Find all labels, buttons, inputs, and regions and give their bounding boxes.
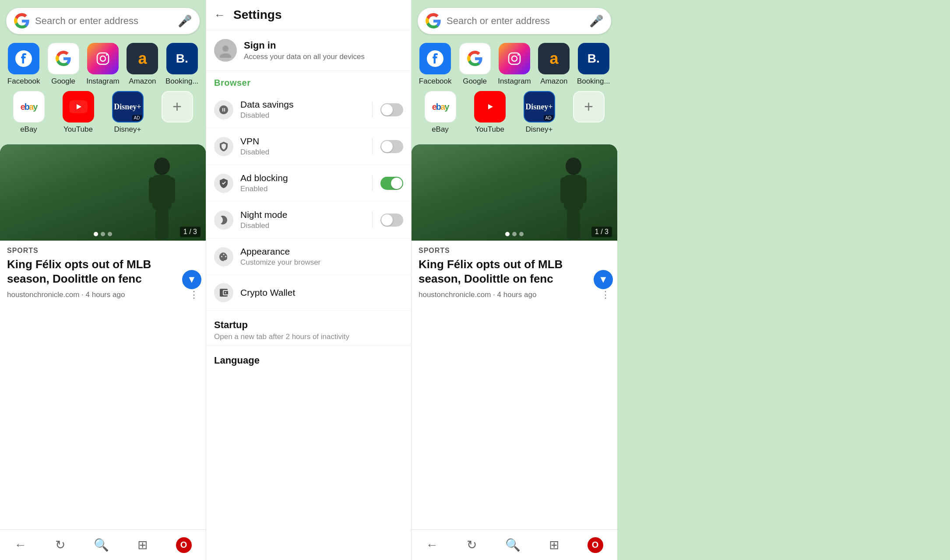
app-item-add-left[interactable]: + [155, 91, 200, 134]
nav-opera-left[interactable]: O [176, 537, 192, 553]
app-item-disney-right[interactable]: Disney+ AD Disney+ [517, 91, 562, 134]
app-label-facebook-right: Facebook [419, 77, 452, 86]
app-item-youtube-left[interactable]: YouTube [56, 91, 101, 134]
crypto-wallet-icon [214, 283, 233, 302]
app-label-instagram-right: Instagram [498, 77, 531, 86]
nav-opera-right[interactable]: O [588, 537, 603, 553]
svg-point-11 [220, 53, 231, 58]
app-item-ebay-right[interactable]: ebay eBay [418, 91, 463, 134]
svg-rect-19 [578, 177, 587, 203]
nav-tabs-left[interactable]: ⊞ [137, 538, 148, 552]
app-item-amazon-right[interactable]: a Amazon [536, 43, 571, 86]
nav-tabs-right[interactable]: ⊞ [549, 538, 559, 552]
app-item-ebay-left[interactable]: ebay eBay [6, 91, 51, 134]
data-savings-text: Data savings Disabled [240, 99, 372, 120]
svg-rect-6 [149, 177, 158, 203]
signin-row[interactable]: Sign in Access your data on all your dev… [206, 30, 411, 71]
vpn-text: VPN Disabled [240, 136, 372, 157]
expand-btn-left[interactable]: ▼ [182, 270, 201, 289]
app-label-youtube-left: YouTube [63, 125, 93, 134]
app-item-instagram-left[interactable]: Instagram [85, 43, 120, 86]
news-counter-right: 1 / 3 [591, 227, 612, 237]
news-image-left: 1 / 3 [0, 144, 206, 241]
language-section[interactable]: Language [206, 346, 411, 371]
nav-back-right[interactable]: ← [426, 538, 438, 552]
app-item-google-left[interactable]: Google [46, 43, 81, 86]
signin-sub: Access your data on all your devices [244, 52, 365, 61]
svg-point-10 [222, 46, 229, 52]
svg-rect-7 [166, 177, 175, 203]
app-icon-booking-left: B. [166, 43, 198, 74]
settings-item-crypto-wallet[interactable]: Crypto Wallet [206, 275, 411, 311]
ad-blocking-sub: Enabled [240, 185, 372, 193]
settings-back-btn[interactable]: ← [214, 8, 225, 22]
app-item-add-right[interactable]: + [566, 91, 611, 134]
settings-item-night-mode[interactable]: Night mode Disabled [206, 202, 411, 238]
nav-search-right[interactable]: 🔍 [505, 538, 521, 552]
app-item-youtube-right[interactable]: YouTube [467, 91, 512, 134]
left-panel: 🎤 Facebook Google Instag [0, 0, 206, 560]
settings-item-appearance[interactable]: Appearance Customize your browser [206, 238, 411, 275]
app-item-facebook-left[interactable]: Facebook [6, 43, 41, 86]
app-label-google-right: Google [463, 77, 487, 86]
nav-refresh-right[interactable]: ↻ [467, 538, 477, 552]
appearance-title: Appearance [240, 246, 403, 257]
settings-header: ← Settings [206, 0, 411, 30]
divider-ad-blocking [372, 175, 373, 191]
app-icon-facebook-right [419, 43, 451, 74]
nav-refresh-left[interactable]: ↻ [55, 538, 65, 552]
search-bar-left[interactable]: 🎤 [6, 8, 200, 34]
search-input-right[interactable] [447, 15, 589, 27]
divider-night-mode [372, 212, 373, 228]
settings-title: Settings [233, 8, 281, 22]
google-logo-right [426, 13, 441, 29]
app-icon-youtube-right [474, 91, 506, 122]
search-input-left[interactable] [35, 15, 178, 27]
toggle-vpn[interactable] [380, 140, 403, 153]
app-icon-ebay-left: ebay [13, 91, 45, 122]
data-savings-sub: Disabled [240, 111, 372, 120]
app-label-disney-right: Disney+ [526, 125, 553, 134]
app-item-booking-left[interactable]: B. Booking... [165, 43, 200, 86]
app-item-disney-left[interactable]: Disney+ AD Disney+ [105, 91, 150, 134]
right-filler [617, 0, 950, 560]
settings-item-data-savings[interactable]: Data savings Disabled [206, 91, 411, 128]
news-dots-right [505, 232, 524, 236]
app-icon-disney-right: Disney+ AD [524, 91, 555, 122]
appearance-icon [214, 247, 233, 266]
app-item-google-right[interactable]: Google [457, 43, 492, 86]
appearance-sub: Customize your browser [240, 258, 403, 267]
right-panel: 🎤 Facebook Google [412, 0, 950, 560]
app-item-facebook-right[interactable]: Facebook [418, 43, 453, 86]
app-label-disney-left: Disney+ [114, 125, 141, 134]
startup-sub: Open a new tab after 2 hours of inactivi… [214, 332, 403, 341]
mic-icon-right[interactable]: 🎤 [589, 14, 603, 28]
news-more-left[interactable]: ⋮ [189, 289, 199, 301]
app-item-amazon-left[interactable]: a Amazon [125, 43, 160, 86]
startup-section[interactable]: Startup Open a new tab after 2 hours of … [206, 311, 411, 346]
settings-item-vpn[interactable]: VPN Disabled [206, 128, 411, 165]
bottom-nav-right: ← ↻ 🔍 ⊞ O [412, 529, 617, 560]
toggle-data-savings[interactable] [380, 103, 403, 116]
app-icon-add-right: + [573, 91, 605, 122]
app-item-instagram-right[interactable]: Instagram [497, 43, 532, 86]
nav-back-left[interactable]: ← [14, 538, 27, 552]
settings-item-ad-blocking[interactable]: Ad blocking Enabled [206, 165, 411, 202]
news-category-right: SPORTS [419, 247, 610, 255]
news-content-left: SPORTS King Félix opts out of MLB season… [0, 241, 206, 305]
app-grid-row1-left: Facebook Google Instagram a Ama [0, 39, 206, 89]
app-icon-ebay-right: ebay [425, 91, 456, 122]
app-item-booking-right[interactable]: B. Booking... [576, 43, 611, 86]
nav-search-left[interactable]: 🔍 [94, 538, 109, 552]
expand-btn-right[interactable]: ▼ [594, 270, 613, 289]
toggle-ad-blocking[interactable] [380, 177, 403, 190]
news-more-right[interactable]: ⋮ [601, 289, 610, 301]
app-label-booking-right: Booking... [577, 77, 610, 86]
mic-icon-left[interactable]: 🎤 [178, 14, 192, 28]
search-bar-right[interactable]: 🎤 [418, 8, 611, 34]
toggle-night-mode[interactable] [380, 214, 403, 227]
svg-point-4 [154, 158, 170, 175]
svg-rect-21 [572, 209, 580, 240]
app-icon-amazon-left: a [127, 43, 158, 74]
svg-point-2 [106, 54, 108, 56]
